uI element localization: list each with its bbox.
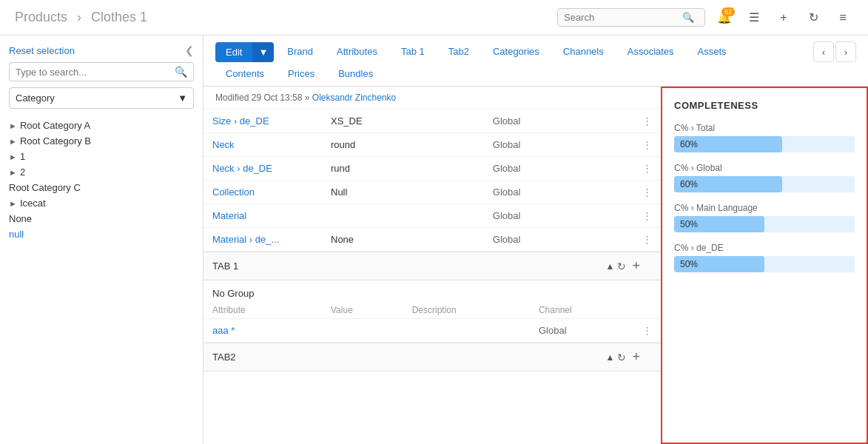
tree-item-icecat[interactable]: ► Icecat [0,195,203,211]
notifications-button[interactable]: 🔔 52 [711,4,738,31]
progress-bar-text-total: 60% [680,139,698,149]
search-bar[interactable]: 🔍 [557,8,705,27]
tree-item-root-a[interactable]: ► Root Category A [0,118,203,133]
attr-menu-icon[interactable]: ⋮ [633,319,661,343]
attr-scope: Global [484,133,633,157]
attr-channel: Global [530,319,633,343]
progress-bar-text-main-lang: 50% [680,219,698,229]
breadcrumb-products[interactable]: Products [15,10,67,24]
tree-chevron: ► [9,121,17,130]
attributes-table: Size › de_DE XS_DE Global ⋮ Neck round G… [203,110,661,252]
tree-chevron: ► [9,168,17,177]
tab-prices[interactable]: Prices [277,64,325,85]
tab-bundles[interactable]: Bundles [328,64,383,85]
attr-menu-icon[interactable]: ⋮ [633,157,661,181]
progress-bar-text-de-de: 50% [680,259,698,269]
tab1-section-header: TAB 1 ▲ ↻ + [203,252,661,280]
refresh-icon[interactable]: ↻ [617,352,626,363]
tree-item-root-b[interactable]: ► Root Category B [0,133,203,149]
attr-name[interactable]: aaa * [203,319,322,343]
modified-label: Modified [215,92,249,103]
sidebar-search-box[interactable]: 🔍 [9,62,194,81]
attr-name[interactable]: Neck › de_DE [203,157,322,181]
tab-assets[interactable]: Assets [687,41,737,63]
tree-item-1[interactable]: ► 1 [0,149,203,164]
reset-selection-link[interactable]: Reset selection [9,45,75,56]
attr-name[interactable]: Material [203,204,322,228]
tab1-attributes-table: Attribute Value Description Channel aaa … [203,302,661,343]
attr-menu-icon[interactable]: ⋮ [633,228,661,252]
attr-scope: Global [484,110,633,133]
progress-bar-text-global: 60% [680,179,698,189]
progress-bar-bg-de-de: 50% [674,256,855,272]
table-row: aaa * Global ⋮ [203,319,661,343]
menu-button[interactable]: ≡ [830,4,856,31]
notification-badge: 52 [721,7,735,16]
completeness-main-lang: C% › Main Language 50% [674,203,855,232]
chevron-down-icon: ▼ [178,92,187,104]
category-dropdown[interactable]: Category ▼ [9,87,194,109]
nav-next-button[interactable]: › [835,41,856,62]
tree-chevron: ► [9,137,17,146]
table-row: Collection Null Global ⋮ [203,181,661,204]
attr-menu-icon[interactable]: ⋮ [633,110,661,133]
tabs-row-1: Edit ▼ Brand Attributes Tab 1 Tab2 Categ… [215,41,856,62]
attr-name[interactable]: Collection [203,181,322,204]
tab-attributes[interactable]: Attributes [326,41,388,63]
completeness-total: C% › Total 60% [674,123,855,152]
chevron-up-icon: ▲ [606,261,615,272]
nav-prev-button[interactable]: ‹ [813,41,834,62]
attr-name[interactable]: Material › de_... [203,228,322,252]
attr-menu-icon[interactable]: ⋮ [633,181,661,204]
list-view-button[interactable]: ☰ [741,4,767,31]
attr-description [403,319,530,343]
modified-user[interactable]: Oleksandr Zinchenko [312,92,396,103]
col-attribute: Attribute [203,302,322,319]
edit-button[interactable]: Edit [215,42,252,62]
progress-bar-bg-global: 60% [674,176,855,192]
tab-tab2[interactable]: Tab2 [438,41,480,63]
attr-value: Null [322,181,484,204]
refresh-icon[interactable]: ↻ [617,260,626,272]
tab-associates[interactable]: Associates [617,41,684,63]
attr-scope: Global [484,157,633,181]
no-group-label: No Group [203,280,661,302]
collapse-icon[interactable]: ❮ [185,44,194,56]
attr-menu-icon[interactable]: ⋮ [633,204,661,228]
history-button[interactable]: ↻ [800,4,827,31]
category-dropdown-label: Category [16,92,55,104]
header: Products › Clothes 1 🔍 🔔 52 ☰ + ↻ ≡ [0,0,868,36]
header-icons: 🔔 52 ☰ + ↻ ≡ [711,4,856,31]
sidebar-search-input[interactable] [16,67,175,78]
page-title: Products › Clothes 1 [12,10,557,25]
completeness-label-de-de: C% › de_DE [674,243,855,253]
chevron-up-icon: ▲ [606,352,615,363]
tab-brand[interactable]: Brand [277,41,323,63]
add-button[interactable]: + [770,4,797,31]
edit-button-group: Edit ▼ [215,42,274,62]
tab-contents[interactable]: Contents [215,64,275,85]
completeness-label-main-lang: C% › Main Language [674,203,855,213]
tree-item-2[interactable]: ► 2 [0,164,203,180]
completeness-label-total: C% › Total [674,123,855,133]
search-input[interactable] [564,12,682,23]
add-icon[interactable]: + [632,349,640,365]
attr-name[interactable]: Size › de_DE [203,110,322,133]
table-row: Material Global ⋮ [203,204,661,228]
attr-name[interactable]: Neck [203,133,322,157]
tab-tab1[interactable]: Tab 1 [391,41,435,63]
add-icon[interactable]: + [632,258,640,274]
completeness-global: C% › Global 60% [674,163,855,192]
col-value: Value [322,302,403,319]
sidebar-search-icon[interactable]: 🔍 [175,66,187,78]
table-row: Material › de_... None Global ⋮ [203,228,661,252]
tree-chevron: ► [9,152,17,161]
tree-item-null[interactable]: null [0,226,203,242]
search-icon[interactable]: 🔍 [682,12,694,23]
tab-channels[interactable]: Channels [553,41,614,63]
edit-dropdown-button[interactable]: ▼ [252,42,274,62]
tab-categories[interactable]: Categories [482,41,550,63]
tab2-title: TAB2 [212,352,606,363]
attr-menu-icon[interactable]: ⋮ [633,133,661,157]
completeness-title: COMPLETENESS [674,100,855,111]
